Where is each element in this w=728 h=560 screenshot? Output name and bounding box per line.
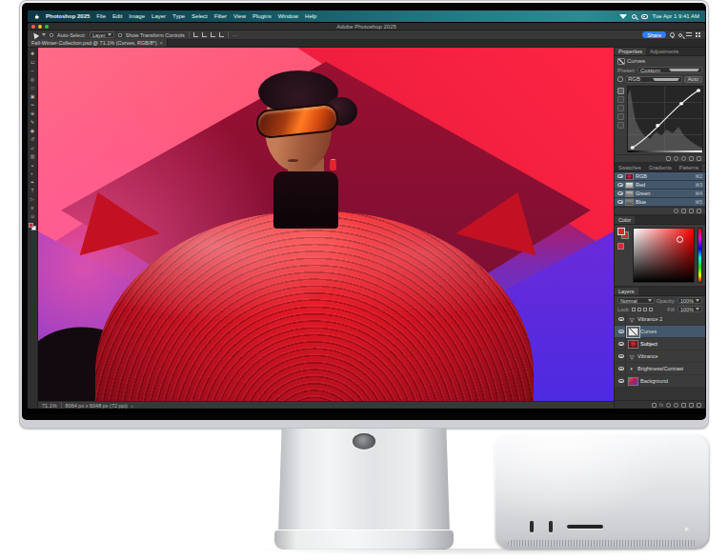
channel-row-red[interactable]: Red ⌘3: [615, 181, 705, 190]
menu-window[interactable]: Window: [278, 13, 298, 19]
clip-mask-icon[interactable]: [674, 156, 678, 161]
save-selection-icon[interactable]: [681, 209, 686, 213]
curves-graph[interactable]: [627, 86, 703, 152]
rectangular-marquee-tool[interactable]: ▭: [29, 58, 37, 66]
color-picker-ring[interactable]: [677, 236, 683, 243]
lock-all-icon[interactable]: [649, 308, 653, 311]
draw-curve-icon[interactable]: [617, 96, 624, 103]
toggle-visibility-icon[interactable]: [689, 156, 694, 161]
tone-curve[interactable]: [628, 87, 702, 151]
blur-tool[interactable]: ◒: [29, 161, 37, 169]
adjustments-sliders-icon[interactable]: [686, 32, 692, 37]
eyedropper-tool[interactable]: ✑: [29, 101, 37, 109]
foreground-background-swatches[interactable]: [29, 223, 36, 230]
visibility-eye-cell[interactable]: [617, 350, 626, 362]
tab-patterns[interactable]: Patterns: [676, 164, 702, 171]
layer-row-vibrance[interactable]: ▽ Vibrance: [615, 350, 705, 363]
document-tab[interactable]: Fall-Winter-Collection.psd @ 71.1% (Curv…: [28, 39, 168, 47]
lock-transparency-icon[interactable]: [632, 308, 636, 311]
visibility-eye-icon[interactable]: [617, 191, 623, 195]
path-selection-tool[interactable]: ▷: [29, 195, 37, 203]
status-chevron-icon[interactable]: ›: [131, 403, 133, 409]
saturation-brightness-square[interactable]: [633, 228, 695, 283]
share-button[interactable]: Share: [642, 31, 666, 38]
reset-adjustment-icon[interactable]: [681, 156, 686, 161]
menu-help[interactable]: Help: [305, 13, 316, 19]
tab-properties[interactable]: Properties: [615, 48, 646, 55]
edit-points-icon[interactable]: [617, 88, 624, 94]
layer-row-curves[interactable]: Curves: [615, 326, 705, 338]
preset-dropdown[interactable]: Custom: [637, 67, 702, 73]
clone-stamp-tool[interactable]: ◉: [29, 127, 37, 134]
control-center-icon[interactable]: [641, 14, 648, 19]
workspace-grid-icon[interactable]: [696, 32, 700, 37]
frame-tool[interactable]: ▣: [29, 92, 37, 100]
gradient-tool[interactable]: ▥: [29, 152, 37, 160]
menu-filter[interactable]: Filter: [214, 13, 227, 19]
layer-row-vibrance2[interactable]: ▽ Vibrance 2: [615, 313, 705, 326]
targeted-adjustment-icon[interactable]: [617, 76, 623, 82]
new-channel-icon[interactable]: [689, 209, 694, 213]
dodge-tool[interactable]: ◐: [29, 170, 37, 177]
smooth-curve-icon[interactable]: [666, 156, 671, 161]
lasso-tool[interactable]: ∽: [29, 67, 37, 74]
layer-styles-fx-icon[interactable]: fx: [659, 402, 663, 408]
type-tool[interactable]: T: [29, 187, 37, 194]
hue-slider[interactable]: [698, 228, 702, 283]
menu-layer[interactable]: Layer: [152, 13, 166, 19]
history-brush-tool[interactable]: ↺: [29, 135, 37, 143]
new-group-icon[interactable]: [681, 403, 686, 408]
brush-tool[interactable]: ✎: [29, 118, 37, 126]
tab-gradients[interactable]: Gradients: [645, 164, 676, 171]
object-selection-tool[interactable]: ◎: [29, 75, 37, 83]
menu-app-name[interactable]: Photoshop 2025: [46, 13, 90, 19]
healing-brush-tool[interactable]: ⊕: [29, 110, 37, 117]
spotlight-search-icon[interactable]: [632, 14, 637, 19]
menu-edit[interactable]: Edit: [112, 13, 122, 19]
layer-row-brightness[interactable]: ◐ Brightness/Contrast: [615, 363, 705, 375]
layer-row-subject[interactable]: Subject: [615, 338, 705, 350]
more-options-button[interactable]: ···: [233, 32, 238, 38]
visibility-eye-cell[interactable]: [617, 326, 626, 337]
new-layer-icon[interactable]: [689, 403, 694, 408]
pen-tool[interactable]: ✒: [29, 178, 37, 186]
crop-tool[interactable]: □: [29, 84, 37, 91]
visibility-eye-cell[interactable]: [617, 375, 626, 387]
tool-preset-caret-icon[interactable]: [42, 33, 46, 36]
visibility-eye-cell[interactable]: [617, 313, 626, 325]
subject-layer-thumbnail[interactable]: [628, 340, 638, 349]
menu-select[interactable]: Select: [192, 13, 208, 19]
document-close-icon[interactable]: ×: [160, 40, 163, 46]
tab-adjustments[interactable]: Adjustments: [646, 48, 682, 55]
wifi-icon[interactable]: [619, 14, 627, 19]
visibility-eye-cell[interactable]: [617, 338, 626, 350]
move-tool[interactable]: ✚: [29, 50, 37, 57]
tab-swatches[interactable]: Swatches: [615, 164, 645, 171]
foreground-color-swatch[interactable]: [617, 228, 625, 235]
eraser-tool[interactable]: ▱: [29, 144, 37, 151]
curves-layer-thumbnail[interactable]: [628, 328, 638, 336]
menu-plugins[interactable]: Plugins: [253, 13, 272, 19]
hand-tool[interactable]: ≡: [29, 204, 37, 211]
auto-select-dropdown[interactable]: Layer: [90, 31, 114, 38]
visibility-eye-cell[interactable]: [617, 363, 626, 374]
delete-channel-icon[interactable]: [697, 209, 701, 213]
add-layer-mask-icon[interactable]: [666, 403, 671, 408]
search-icon[interactable]: [678, 33, 682, 37]
new-adjustment-layer-icon[interactable]: [674, 403, 678, 408]
menu-file[interactable]: File: [96, 13, 106, 19]
gray-point-eyedropper-icon[interactable]: [617, 113, 624, 120]
auto-button[interactable]: Auto: [684, 76, 702, 83]
visibility-eye-icon[interactable]: [617, 200, 623, 204]
visibility-eye-icon[interactable]: [617, 174, 623, 178]
menu-view[interactable]: View: [233, 13, 246, 19]
blend-mode-dropdown[interactable]: Normal: [617, 297, 655, 304]
load-selection-icon[interactable]: [674, 209, 678, 213]
menu-image[interactable]: Image: [129, 13, 145, 19]
align-right-icon[interactable]: [211, 32, 215, 37]
link-layers-icon[interactable]: [652, 403, 657, 408]
notifications-bell-icon[interactable]: [670, 32, 675, 37]
auto-select-checkbox[interactable]: [50, 33, 53, 37]
tab-color[interactable]: Color: [615, 216, 635, 224]
channel-dropdown[interactable]: RGB: [625, 76, 682, 83]
